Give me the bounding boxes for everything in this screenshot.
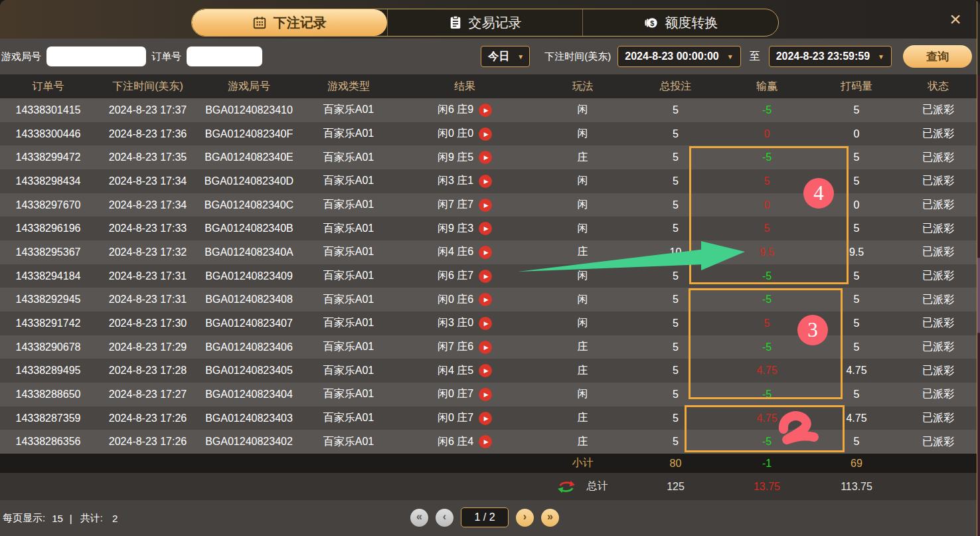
result-cell: 闲4 庄6▶: [398, 245, 531, 259]
result-cell: 闲7 庄7▶: [398, 198, 531, 212]
turnover-cell: 5: [817, 175, 896, 187]
tab-bet-records[interactable]: 下注记录: [192, 9, 387, 36]
start-time-select[interactable]: 2024-8-23 00:00:00 ▼: [617, 46, 740, 67]
game-type-cell: 百家乐A01: [299, 411, 398, 425]
replay-button[interactable]: ▶: [479, 175, 492, 188]
result-cell: 闲9 庄5▶: [398, 151, 531, 165]
next-page-button[interactable]: ›: [516, 509, 534, 527]
order-id-cell: 14338291742: [0, 317, 96, 329]
replay-button[interactable]: ▶: [479, 293, 492, 306]
win-loss-cell: 0: [717, 199, 817, 211]
replay-button[interactable]: ▶: [479, 435, 492, 448]
header-order-id: 订单号: [0, 80, 96, 94]
order-id-cell: 14338286356: [0, 436, 96, 448]
replay-button[interactable]: ▶: [479, 341, 492, 354]
pagination: « ‹ 1 / 2 › »: [410, 507, 559, 527]
result-text: 闲3 庄0: [438, 316, 473, 330]
status-cell: 已派彩: [896, 127, 980, 141]
tab-label: 额度转换: [665, 14, 718, 32]
result-text: 闲6 庄7: [438, 269, 473, 283]
result-cell: 闲3 庄1▶: [398, 174, 531, 188]
replay-button[interactable]: ▶: [479, 199, 492, 212]
bet-time-cell: 2024-8-23 17:27: [96, 389, 199, 401]
game-type-cell: 百家乐A01: [299, 316, 398, 330]
replay-button[interactable]: ▶: [479, 270, 492, 283]
order-id-cell: 14338288650: [0, 389, 96, 401]
game-round-input[interactable]: [46, 46, 146, 66]
header-win-loss: 输赢: [717, 80, 817, 94]
bet-time-cell: 2024-8-23 17:33: [96, 223, 199, 234]
total-row: 总计 125 13.75 113.75: [0, 473, 980, 500]
bet-time-cell: 2024-8-23 17:35: [96, 151, 199, 163]
play-type-cell: 闲: [531, 387, 634, 401]
status-cell: 已派彩: [896, 387, 980, 401]
replay-button[interactable]: ▶: [479, 104, 492, 117]
close-icon[interactable]: ×: [944, 8, 967, 31]
game-type-cell: 百家乐A01: [299, 198, 398, 212]
play-type-cell: 庄: [531, 411, 634, 425]
play-type-cell: 庄: [531, 340, 634, 354]
round-id-cell: BGA01240823410: [199, 104, 299, 116]
total-winloss: 13.75: [717, 481, 817, 493]
first-page-button[interactable]: «: [410, 509, 428, 527]
end-time-select[interactable]: 2024-8-23 23:59:59 ▼: [769, 46, 892, 67]
refresh-icon[interactable]: [558, 479, 575, 495]
header-game-type: 游戏类型: [299, 80, 398, 94]
table-row: 143382961962024-8-23 17:33BGA0124082340B…: [0, 217, 980, 240]
play-type-cell: 闲: [531, 222, 634, 236]
game-type-cell: 百家乐A01: [299, 174, 398, 188]
replay-button[interactable]: ▶: [479, 388, 492, 401]
prev-page-button[interactable]: ‹: [436, 509, 453, 527]
play-type-cell: 闲: [531, 198, 634, 212]
play-type-cell: 闲: [531, 269, 634, 283]
round-id-cell: BGA01240823407: [199, 317, 299, 329]
subtotal-label: 小计: [531, 456, 634, 470]
replay-button[interactable]: ▶: [479, 364, 492, 377]
footer: 每页显示: 15 | 共计: 2 « ‹ 1 / 2 › »: [0, 500, 980, 536]
page-indicator: 1 / 2: [461, 507, 509, 527]
result-cell: 闲3 庄0▶: [398, 316, 531, 330]
round-id-cell: BGA0124082340B: [199, 223, 299, 234]
status-cell: 已派彩: [896, 174, 980, 188]
win-loss-cell: -5: [717, 270, 817, 282]
replay-button[interactable]: ▶: [479, 151, 492, 164]
turnover-cell: 4.75: [817, 412, 896, 424]
turnover-cell: 5: [817, 270, 896, 282]
bet-amount-cell: 5: [634, 223, 717, 234]
bet-time-cell: 2024-8-23 17:29: [96, 341, 199, 353]
win-loss-cell: 5: [717, 317, 817, 329]
header-bet-time: 下注时间(美东): [96, 80, 199, 94]
filterbar: 游戏局号 订单号 今日 ▼ 下注时间(美东) 2024-8-23 00:00:0…: [0, 39, 980, 74]
replay-button[interactable]: ▶: [479, 128, 492, 141]
replay-button[interactable]: ▶: [479, 246, 492, 259]
win-loss-cell: 4.75: [717, 365, 817, 377]
date-preset-select[interactable]: 今日 ▼: [481, 46, 530, 67]
last-page-button[interactable]: »: [541, 509, 559, 527]
bet-amount-cell: 5: [634, 151, 717, 163]
replay-button[interactable]: ▶: [479, 412, 492, 425]
subtotal-winloss: -1: [717, 458, 817, 470]
win-loss-cell: -5: [717, 294, 817, 306]
to-label: 至: [750, 50, 760, 64]
calendar-icon: [252, 15, 267, 30]
game-type-cell: 百家乐A01: [299, 245, 398, 259]
chevron-down-icon: ▼: [517, 53, 524, 60]
bet-amount-cell: 5: [634, 175, 717, 187]
header-result: 结果: [398, 80, 531, 94]
bet-time-cell: 2024-8-23 17:28: [96, 365, 199, 377]
order-no-input[interactable]: [187, 46, 262, 66]
bet-time-cell: 2024-8-23 17:26: [96, 436, 199, 448]
search-button[interactable]: 查询: [903, 45, 972, 68]
order-id-cell: 14338296196: [0, 223, 96, 234]
tab-group: 下注记录 交易记录 $ 额度转换: [191, 9, 779, 37]
subtotal-row: 小计 80 -1 69: [0, 454, 980, 473]
turnover-cell: 5: [817, 389, 896, 401]
status-cell: 已派彩: [896, 435, 980, 449]
table-row: 143382976702024-8-23 17:34BGA0124082340C…: [0, 193, 980, 217]
tab-quota-conversion[interactable]: $ 额度转换: [582, 9, 778, 36]
result-text: 闲7 庄6: [438, 340, 473, 354]
replay-button[interactable]: ▶: [479, 222, 492, 235]
tab-transaction-records[interactable]: 交易记录: [387, 9, 583, 36]
replay-button[interactable]: ▶: [479, 317, 492, 330]
order-id-cell: 14338292945: [0, 294, 96, 306]
